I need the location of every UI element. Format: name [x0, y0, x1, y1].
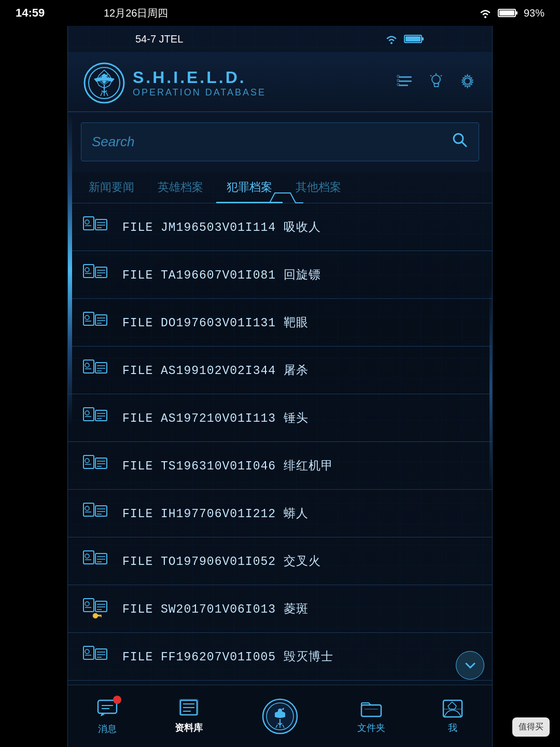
watermark: 值得买 [512, 717, 550, 737]
file-item-0[interactable]: FILE JM196503V01I114 吸收人 [68, 203, 492, 251]
svg-rect-12 [399, 80, 412, 82]
file-icon-0 [78, 213, 112, 241]
file-label-7: FILE TO197906V01I052 交叉火 [122, 553, 321, 569]
header: S.H.I.E.L.D. OPERATION DATABASE [68, 52, 492, 112]
library-icon [178, 699, 200, 718]
message-badge [113, 696, 121, 704]
wifi-icon-2 [384, 33, 399, 45]
file-item-5[interactable]: FILE TS196310V01I046 绯红机甲 [68, 442, 492, 490]
file-item-1[interactable]: FILE TA196607V01I081 回旋镖 [68, 251, 492, 299]
status-time: 14:59 [16, 6, 45, 20]
nav-folders-label: 文件夹 [357, 722, 385, 734]
file-icon-3 [78, 356, 112, 384]
svg-point-21 [465, 78, 471, 85]
svg-rect-13 [399, 85, 408, 86]
svg-rect-62 [95, 458, 107, 468]
svg-line-19 [430, 75, 431, 76]
nav-messages-label: 消息 [98, 723, 117, 735]
tab-news[interactable]: 新闻要闻 [78, 172, 145, 203]
file-icon-5 [78, 451, 112, 480]
tab-hero[interactable]: 英雄档案 [147, 172, 214, 203]
nav-shield-center[interactable] [259, 698, 301, 735]
svg-rect-6 [422, 37, 424, 40]
svg-rect-14 [397, 75, 399, 77]
shield-center-icon [259, 698, 301, 735]
search-placeholder: Search [92, 134, 452, 150]
svg-line-23 [462, 142, 467, 147]
app-subtitle: OPERATION DATABASE [133, 87, 266, 98]
file-item-3[interactable]: FILE AS199102V02I344 屠杀 [68, 347, 492, 394]
nav-me[interactable]: 我 [442, 699, 464, 734]
tab-other[interactable]: 其他档案 [285, 172, 352, 203]
nav-folders[interactable]: 文件夹 [357, 699, 385, 734]
svg-rect-3 [499, 10, 514, 16]
svg-line-20 [441, 75, 442, 76]
folders-icon [360, 699, 382, 718]
profile-icon [442, 699, 464, 718]
svg-point-108 [278, 709, 282, 713]
scroll-button[interactable] [456, 651, 484, 680]
app-title: S.H.I.E.L.D. OPERATION DATABASE [133, 68, 266, 98]
file-label-1: FILE TA196607V01I081 回旋镖 [122, 267, 321, 283]
file-icon-9 [78, 642, 112, 671]
file-item-9[interactable]: FILE FF196207V01I005 毁灭博士 [68, 633, 492, 681]
svg-rect-16 [397, 84, 399, 86]
svg-point-67 [85, 506, 89, 510]
file-label-0: FILE JM196503V01I114 吸收人 [122, 219, 321, 235]
search-bar[interactable]: Search [81, 122, 479, 161]
file-label-2: FILE DO197603V01I131 靶眼 [122, 314, 309, 330]
svg-point-53 [85, 411, 89, 415]
svg-point-4 [390, 42, 393, 44]
svg-point-46 [85, 363, 89, 367]
file-label-8: FILE SW201701V06I013 菱斑 [122, 601, 309, 617]
gear-icon[interactable] [458, 72, 477, 94]
search-button[interactable] [452, 132, 468, 152]
svg-rect-55 [95, 410, 107, 421]
bottom-nav: 消息 资料库 [68, 685, 492, 747]
svg-point-32 [85, 268, 89, 272]
telecom-name: 54-7 JTEL [135, 33, 183, 45]
file-icon-8 [78, 594, 112, 623]
nav-me-label: 我 [448, 722, 457, 734]
nav-messages[interactable]: 消息 [96, 698, 118, 735]
svg-point-17 [432, 75, 440, 84]
tab-crime[interactable]: 犯罪档案 [216, 172, 283, 203]
svg-rect-27 [95, 219, 107, 230]
search-container: Search [68, 112, 492, 172]
file-label-6: FILE IH197706V01I212 蟒人 [122, 505, 309, 521]
svg-rect-11 [399, 76, 412, 78]
left-accent [68, 114, 72, 425]
svg-rect-34 [95, 267, 107, 278]
svg-rect-2 [515, 11, 517, 15]
nav-library[interactable]: 资料库 [175, 699, 203, 734]
telecom-bar: 54-7 JTEL [135, 26, 425, 52]
nav-library-label: 资料库 [175, 722, 203, 734]
file-label-5: FILE TS196310V01I046 绯红机甲 [122, 458, 333, 474]
svg-point-74 [85, 554, 89, 558]
svg-rect-94 [95, 649, 107, 659]
svg-point-10 [102, 74, 107, 79]
list-icon[interactable] [396, 72, 414, 94]
svg-point-60 [85, 459, 89, 463]
shield-logo [83, 62, 125, 104]
svg-rect-48 [95, 363, 107, 373]
battery-icon-2 [404, 33, 425, 45]
file-icon-4 [78, 404, 112, 432]
file-item-2[interactable]: FILE DO197603V01I131 靶眼 [68, 299, 492, 347]
logo-area: S.H.I.E.L.D. OPERATION DATABASE [83, 62, 266, 104]
svg-point-39 [85, 315, 89, 320]
status-bar: 14:59 12月26日周四 93% [0, 0, 560, 26]
bulb-icon[interactable] [427, 72, 445, 94]
file-icon-2 [78, 308, 112, 337]
svg-rect-7 [405, 36, 421, 42]
svg-rect-41 [95, 315, 107, 325]
file-item-4[interactable]: FILE AS197210V01I113 锤头 [68, 394, 492, 442]
file-item-7[interactable]: FILE TO197906V01I052 交叉火 [68, 537, 492, 585]
svg-rect-89 [101, 615, 102, 617]
status-date: 12月26日周四 [104, 6, 169, 20]
file-label-4: FILE AS197210V01I113 锤头 [122, 410, 309, 426]
file-item-6[interactable]: FILE IH197706V01I212 蟒人 [68, 490, 492, 537]
file-item-8[interactable]: FILE SW201701V06I013 菱斑 [68, 585, 492, 633]
header-icons [396, 72, 477, 94]
svg-rect-109 [361, 705, 381, 716]
